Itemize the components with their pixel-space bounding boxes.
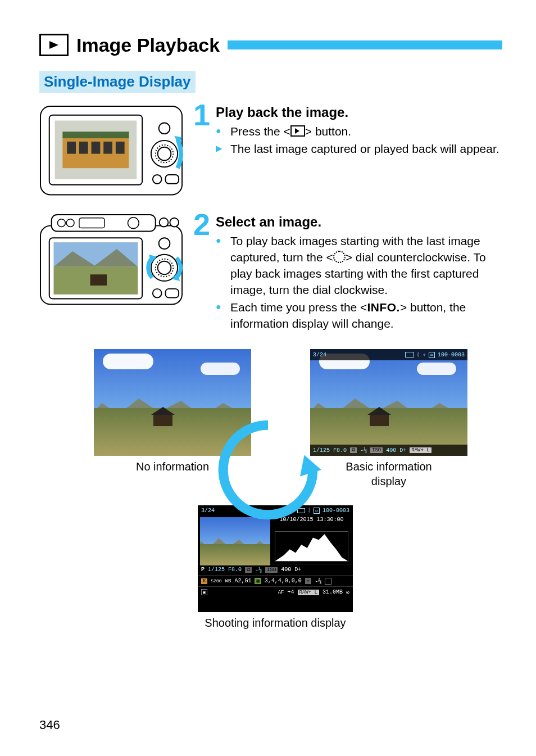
step-2-body: Select an image. To play back images sta… xyxy=(216,212,502,333)
info-display-cycle: No information 3/24 ⧙ ✧ ▭ 100-0003 xyxy=(63,349,479,641)
shoot-dplus: D+ xyxy=(294,567,301,573)
svg-rect-8 xyxy=(92,142,101,154)
svg-marker-0 xyxy=(49,41,58,49)
shoot-thumbnail xyxy=(200,517,270,565)
step-number-2: 2 xyxy=(192,209,211,239)
shoot-row-wb-style: K 5200 WB A2,G1 ▦ 3,4,4,0,0,0 ⚡ -⅔ xyxy=(198,575,353,586)
svg-point-32 xyxy=(159,238,170,250)
title-accent-bar xyxy=(228,40,502,49)
page-title: Image Playback xyxy=(76,34,220,56)
shoot-frame-count: 3/24 xyxy=(201,508,215,514)
picture-style-icon: ▦ xyxy=(255,578,261,584)
rating-icon: ▣ xyxy=(201,589,207,595)
shoot-flash-comp: -⅔ xyxy=(315,578,321,585)
svg-point-20 xyxy=(57,219,65,227)
svg-rect-22 xyxy=(79,218,105,228)
playback-button-icon xyxy=(290,125,305,137)
svg-rect-31 xyxy=(90,275,107,286)
svg-point-36 xyxy=(153,289,162,298)
svg-point-25 xyxy=(170,218,179,227)
svg-point-24 xyxy=(160,218,169,227)
wifi-icon: ⧙ xyxy=(417,351,420,358)
svg-point-34 xyxy=(158,261,171,275)
step-2-heading: Select an image. xyxy=(216,212,502,231)
basic-aperture: F8.0 xyxy=(333,447,347,454)
quick-control-dial-icon xyxy=(333,251,346,263)
svg-rect-10 xyxy=(116,142,125,154)
shoot-aperture: F8.0 xyxy=(228,567,242,573)
basic-overlay-bottom: 1/125 F8.0 ⧉ -⅓ ISO400 D+ RAW+ L xyxy=(310,445,467,456)
af-microadjust-label: AF xyxy=(278,590,284,595)
basic-raw: RAW+ L xyxy=(410,447,431,453)
basic-dplus: D+ xyxy=(399,447,406,454)
play-icon xyxy=(39,34,69,56)
basic-frame-count: 3/24 xyxy=(313,352,326,358)
card-icon: ▭ xyxy=(429,352,435,358)
svg-point-13 xyxy=(158,147,171,161)
shoot-quality: RAW+ L xyxy=(298,590,319,595)
kelvin-icon: K xyxy=(201,578,207,584)
basic-overlay-top: 3/24 ⧙ ✧ ▭ 100-0003 xyxy=(310,349,467,360)
shoot-row-misc: ▣ AF +4 RAW+ L 31.0MB ⊙ xyxy=(198,586,353,597)
iso-badge: ISO xyxy=(265,567,278,573)
shoot-shutter: 1/125 xyxy=(208,567,225,573)
subheading: Single-Image Display xyxy=(39,71,196,93)
page-number: 346 xyxy=(39,718,60,732)
svg-rect-16 xyxy=(165,175,179,184)
caption-basic-information: Basic information display xyxy=(310,459,467,488)
svg-rect-6 xyxy=(67,142,76,154)
shoot-wb-shift: A2,G1 xyxy=(234,578,251,584)
step-1-line-2: The last image captured or played back w… xyxy=(216,141,502,157)
exposure-comp-icon: ⧉ xyxy=(350,447,357,453)
basic-iso: 400 xyxy=(386,447,396,454)
basic-comp: -⅓ xyxy=(360,447,367,454)
svg-rect-9 xyxy=(103,142,112,154)
screen-basic-information: 3/24 ⧙ ✧ ▭ 100-0003 1/125 F8.0 ⧉ -⅓ ISO4… xyxy=(310,349,467,488)
shoot-picture-style: 3,4,4,0,0,0 xyxy=(265,578,302,584)
exposure-comp-icon: ⧉ xyxy=(245,567,252,573)
shoot-af-adj: +4 xyxy=(288,589,294,595)
page-title-row: Image Playback xyxy=(39,34,502,56)
histogram-icon xyxy=(275,531,348,562)
step-2-line-2: Each time you press the <INFO.> button, … xyxy=(216,300,502,332)
basic-folder-file: 100-0003 xyxy=(438,352,465,358)
camera-illustration-1 xyxy=(39,103,183,197)
camera-illustration-2 xyxy=(39,212,183,306)
shoot-kelvin: 5200 xyxy=(211,578,221,583)
caption-shooting-information: Shooting information display xyxy=(198,615,353,630)
screen-shooting-information: 3/24 ⧙ ▭ 100-0003 10/10/201 xyxy=(198,505,353,630)
svg-rect-7 xyxy=(79,142,88,154)
shoot-iso: 400 xyxy=(281,567,291,573)
shoot-comp: -⅓ xyxy=(255,567,262,573)
shoot-row-exposure: P 1/125 F8.0 ⧉ -⅓ ISO400 D+ xyxy=(198,564,353,575)
protect-icon xyxy=(325,578,331,585)
svg-point-23 xyxy=(128,218,139,229)
step-1-heading: Play back the image. xyxy=(216,103,502,121)
info-button-label: INFO. xyxy=(367,301,400,314)
shoot-mode: P xyxy=(201,567,205,573)
step-1-line-1: Press the <> button. xyxy=(216,124,502,140)
svg-point-21 xyxy=(66,219,74,227)
iso-badge: ISO xyxy=(370,447,383,453)
svg-point-15 xyxy=(153,175,162,184)
cycle-arrow-icon xyxy=(215,417,321,523)
flash-comp-icon: ⚡ xyxy=(305,578,311,584)
shoot-filesize: 31.0MB xyxy=(322,589,343,595)
step-1: 1 Play back the image. Press the <> butt… xyxy=(39,103,502,197)
gps-icon: ✧ xyxy=(423,351,426,358)
color-space-icon: ⊙ xyxy=(346,589,349,596)
step-number-1: 1 xyxy=(192,99,211,130)
wb-shift-label: WB xyxy=(225,578,231,584)
svg-point-11 xyxy=(159,123,170,134)
shoot-folder-file: 100-0003 xyxy=(322,508,349,514)
step-2: 2 Select an image. To play back images s… xyxy=(39,212,502,333)
battery-icon xyxy=(405,352,414,357)
screen-image-basic: 3/24 ⧙ ✧ ▭ 100-0003 1/125 F8.0 ⧉ -⅓ ISO4… xyxy=(310,349,467,456)
step-1-body: Play back the image. Press the <> button… xyxy=(216,103,502,159)
step-2-line-1: To play back images starting with the la… xyxy=(216,233,502,298)
svg-rect-5 xyxy=(62,132,129,138)
svg-rect-37 xyxy=(165,289,179,298)
